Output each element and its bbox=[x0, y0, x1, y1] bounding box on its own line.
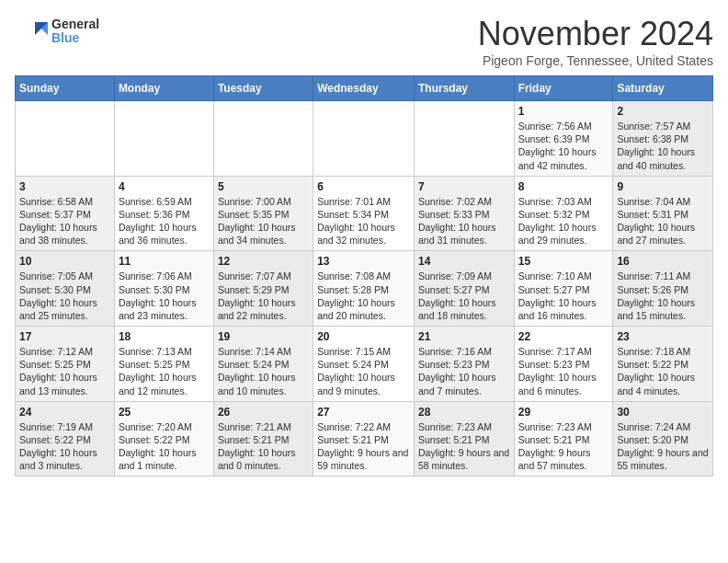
day-info: Sunrise: 7:22 AM Sunset: 5:21 PM Dayligh… bbox=[317, 420, 410, 473]
day-number: 17 bbox=[19, 330, 110, 343]
day-info: Sunrise: 7:15 AM Sunset: 5:24 PM Dayligh… bbox=[317, 345, 410, 397]
day-info: Sunrise: 7:17 AM Sunset: 5:23 PM Dayligh… bbox=[518, 345, 609, 397]
calendar-cell: 25Sunrise: 7:20 AM Sunset: 5:22 PM Dayli… bbox=[114, 401, 213, 477]
calendar-table: SundayMondayTuesdayWednesdayThursdayFrid… bbox=[15, 75, 713, 477]
calendar-cell: 6Sunrise: 7:01 AM Sunset: 5:34 PM Daylig… bbox=[313, 176, 415, 251]
day-number: 16 bbox=[617, 255, 709, 268]
calendar-cell: 14Sunrise: 7:09 AM Sunset: 5:27 PM Dayli… bbox=[414, 251, 514, 327]
day-number: 29 bbox=[518, 406, 609, 419]
calendar-week-1: 3Sunrise: 6:58 AM Sunset: 5:37 PM Daylig… bbox=[16, 176, 713, 251]
day-number: 10 bbox=[19, 255, 110, 268]
calendar-cell: 3Sunrise: 6:58 AM Sunset: 5:37 PM Daylig… bbox=[16, 176, 115, 251]
day-number: 24 bbox=[19, 406, 110, 419]
day-number: 2 bbox=[617, 105, 709, 118]
day-info: Sunrise: 7:12 AM Sunset: 5:25 PM Dayligh… bbox=[19, 345, 110, 397]
calendar-cell: 2Sunrise: 7:57 AM Sunset: 6:38 PM Daylig… bbox=[613, 101, 713, 177]
day-info: Sunrise: 7:04 AM Sunset: 5:31 PM Dayligh… bbox=[617, 195, 709, 247]
header-day-sunday: Sunday bbox=[16, 76, 115, 101]
day-info: Sunrise: 7:13 AM Sunset: 5:25 PM Dayligh… bbox=[119, 345, 210, 397]
day-info: Sunrise: 7:16 AM Sunset: 5:23 PM Dayligh… bbox=[418, 345, 510, 397]
day-number: 12 bbox=[218, 255, 309, 268]
day-info: Sunrise: 7:10 AM Sunset: 5:27 PM Dayligh… bbox=[518, 270, 609, 322]
day-number: 3 bbox=[19, 180, 110, 193]
page-header: General Blue November 2024 Pigeon Forge,… bbox=[15, 15, 713, 68]
day-info: Sunrise: 7:02 AM Sunset: 5:33 PM Dayligh… bbox=[418, 195, 510, 247]
day-info: Sunrise: 7:00 AM Sunset: 5:35 PM Dayligh… bbox=[218, 195, 309, 247]
day-number: 30 bbox=[617, 406, 709, 419]
calendar-cell bbox=[414, 101, 514, 177]
logo-icon bbox=[15, 15, 48, 48]
day-info: Sunrise: 7:20 AM Sunset: 5:22 PM Dayligh… bbox=[119, 420, 210, 473]
header-day-monday: Monday bbox=[114, 76, 213, 101]
day-info: Sunrise: 7:18 AM Sunset: 5:22 PM Dayligh… bbox=[617, 345, 709, 397]
logo-text: General Blue bbox=[51, 17, 99, 46]
calendar-cell: 20Sunrise: 7:15 AM Sunset: 5:24 PM Dayli… bbox=[313, 327, 415, 402]
day-number: 25 bbox=[119, 406, 210, 419]
calendar-cell: 30Sunrise: 7:24 AM Sunset: 5:20 PM Dayli… bbox=[613, 401, 713, 477]
calendar-cell: 7Sunrise: 7:02 AM Sunset: 5:33 PM Daylig… bbox=[414, 176, 514, 251]
day-info: Sunrise: 7:11 AM Sunset: 5:26 PM Dayligh… bbox=[617, 270, 709, 322]
day-number: 14 bbox=[418, 255, 510, 268]
calendar-cell: 1Sunrise: 7:56 AM Sunset: 6:39 PM Daylig… bbox=[514, 101, 613, 177]
svg-rect-0 bbox=[15, 15, 48, 48]
header-day-saturday: Saturday bbox=[613, 76, 713, 101]
calendar-cell: 10Sunrise: 7:05 AM Sunset: 5:30 PM Dayli… bbox=[16, 251, 115, 327]
day-number: 7 bbox=[418, 180, 510, 193]
calendar-cell: 8Sunrise: 7:03 AM Sunset: 5:32 PM Daylig… bbox=[514, 176, 613, 251]
calendar-body: 1Sunrise: 7:56 AM Sunset: 6:39 PM Daylig… bbox=[16, 101, 713, 477]
header-day-friday: Friday bbox=[514, 76, 613, 101]
calendar-cell: 24Sunrise: 7:19 AM Sunset: 5:22 PM Dayli… bbox=[16, 401, 115, 477]
day-number: 11 bbox=[119, 255, 210, 268]
day-number: 23 bbox=[617, 330, 709, 343]
calendar-cell: 11Sunrise: 7:06 AM Sunset: 5:30 PM Dayli… bbox=[114, 251, 213, 327]
day-info: Sunrise: 7:23 AM Sunset: 5:21 PM Dayligh… bbox=[518, 420, 609, 473]
header-row: SundayMondayTuesdayWednesdayThursdayFrid… bbox=[16, 76, 713, 101]
month-title: November 2024 bbox=[478, 15, 713, 53]
calendar-week-2: 10Sunrise: 7:05 AM Sunset: 5:30 PM Dayli… bbox=[16, 251, 713, 327]
day-number: 6 bbox=[317, 180, 410, 193]
calendar-cell: 17Sunrise: 7:12 AM Sunset: 5:25 PM Dayli… bbox=[16, 327, 115, 402]
day-info: Sunrise: 6:58 AM Sunset: 5:37 PM Dayligh… bbox=[19, 195, 110, 247]
calendar-cell: 4Sunrise: 6:59 AM Sunset: 5:36 PM Daylig… bbox=[114, 176, 213, 251]
calendar-week-3: 17Sunrise: 7:12 AM Sunset: 5:25 PM Dayli… bbox=[16, 327, 713, 402]
calendar-cell: 5Sunrise: 7:00 AM Sunset: 5:35 PM Daylig… bbox=[213, 176, 313, 251]
day-info: Sunrise: 7:21 AM Sunset: 5:21 PM Dayligh… bbox=[218, 420, 309, 473]
day-info: Sunrise: 7:57 AM Sunset: 6:38 PM Dayligh… bbox=[617, 120, 709, 172]
calendar-cell: 27Sunrise: 7:22 AM Sunset: 5:21 PM Dayli… bbox=[313, 401, 415, 477]
day-info: Sunrise: 7:09 AM Sunset: 5:27 PM Dayligh… bbox=[418, 270, 510, 322]
day-number: 9 bbox=[617, 180, 709, 193]
calendar-cell bbox=[213, 101, 313, 177]
calendar-cell: 26Sunrise: 7:21 AM Sunset: 5:21 PM Dayli… bbox=[213, 401, 313, 477]
day-number: 22 bbox=[518, 330, 609, 343]
day-info: Sunrise: 7:07 AM Sunset: 5:29 PM Dayligh… bbox=[218, 270, 309, 322]
day-info: Sunrise: 7:06 AM Sunset: 5:30 PM Dayligh… bbox=[119, 270, 210, 322]
calendar-cell bbox=[313, 101, 415, 177]
day-number: 19 bbox=[218, 330, 309, 343]
day-number: 5 bbox=[218, 180, 309, 193]
calendar-week-0: 1Sunrise: 7:56 AM Sunset: 6:39 PM Daylig… bbox=[16, 101, 713, 177]
calendar-cell: 28Sunrise: 7:23 AM Sunset: 5:21 PM Dayli… bbox=[414, 401, 514, 477]
logo: General Blue bbox=[15, 15, 99, 48]
day-number: 28 bbox=[418, 406, 510, 419]
day-number: 27 bbox=[317, 406, 410, 419]
header-day-tuesday: Tuesday bbox=[213, 76, 313, 101]
day-info: Sunrise: 7:08 AM Sunset: 5:28 PM Dayligh… bbox=[317, 270, 410, 322]
calendar-cell bbox=[114, 101, 213, 177]
header-day-thursday: Thursday bbox=[414, 76, 514, 101]
header-day-wednesday: Wednesday bbox=[313, 76, 415, 101]
logo-blue: Blue bbox=[51, 31, 99, 45]
day-info: Sunrise: 7:03 AM Sunset: 5:32 PM Dayligh… bbox=[518, 195, 609, 247]
calendar-cell: 18Sunrise: 7:13 AM Sunset: 5:25 PM Dayli… bbox=[114, 327, 213, 402]
calendar-cell: 19Sunrise: 7:14 AM Sunset: 5:24 PM Dayli… bbox=[213, 327, 313, 402]
calendar-week-4: 24Sunrise: 7:19 AM Sunset: 5:22 PM Dayli… bbox=[16, 401, 713, 477]
day-number: 21 bbox=[418, 330, 510, 343]
day-info: Sunrise: 7:24 AM Sunset: 5:20 PM Dayligh… bbox=[617, 420, 709, 473]
calendar-cell: 9Sunrise: 7:04 AM Sunset: 5:31 PM Daylig… bbox=[613, 176, 713, 251]
calendar-cell: 23Sunrise: 7:18 AM Sunset: 5:22 PM Dayli… bbox=[613, 327, 713, 402]
day-info: Sunrise: 7:19 AM Sunset: 5:22 PM Dayligh… bbox=[19, 420, 110, 473]
day-info: Sunrise: 6:59 AM Sunset: 5:36 PM Dayligh… bbox=[119, 195, 210, 247]
logo-general: General bbox=[51, 17, 99, 31]
day-info: Sunrise: 7:05 AM Sunset: 5:30 PM Dayligh… bbox=[19, 270, 110, 322]
day-number: 20 bbox=[317, 330, 410, 343]
day-info: Sunrise: 7:14 AM Sunset: 5:24 PM Dayligh… bbox=[218, 345, 309, 397]
